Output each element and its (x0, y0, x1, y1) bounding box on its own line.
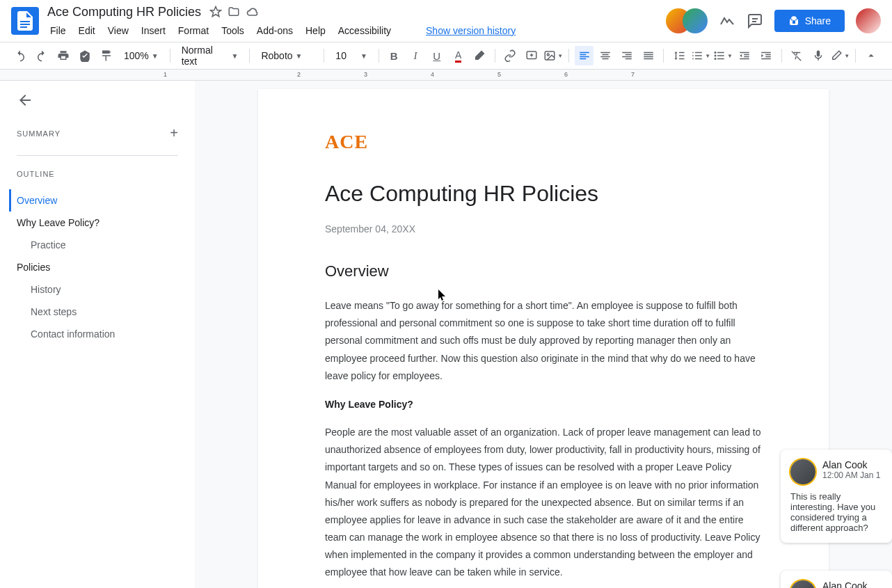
doc-paragraph-1[interactable]: Leave means "To go away for something fo… (325, 297, 762, 385)
menu-help[interactable]: Help (300, 22, 331, 39)
text-color-button[interactable]: A (449, 46, 468, 65)
docs-logo[interactable] (11, 7, 39, 35)
italic-button[interactable]: I (406, 46, 425, 65)
collaborator-avatar-2[interactable] (683, 8, 708, 33)
font-size-dropdown[interactable]: 10▼ (330, 47, 372, 64)
menu-file[interactable]: File (45, 22, 72, 39)
share-button[interactable]: Share (774, 10, 845, 32)
spellcheck-button[interactable] (75, 46, 94, 65)
increase-indent-button[interactable] (757, 46, 776, 65)
comment-card[interactable]: Alan Cook 12:00 AM Jan 1 This is really … (781, 450, 892, 543)
bulleted-list-button[interactable]: ▼ (713, 46, 733, 65)
folder-icon[interactable] (228, 6, 240, 18)
outline-item-overview[interactable]: Overview (9, 189, 178, 212)
menu-edit[interactable]: Edit (73, 22, 101, 39)
separator (495, 49, 495, 63)
comments-icon[interactable] (747, 13, 763, 29)
cursor-icon (438, 289, 447, 301)
menu-tools[interactable]: Tools (216, 22, 250, 39)
svg-point-5 (715, 51, 717, 54)
comment-text: This is really interesting. Have you con… (790, 491, 882, 533)
header-right: Share (666, 8, 881, 33)
menu-format[interactable]: Format (173, 22, 214, 39)
comment-time: 12:00 AM Jan 1 (822, 470, 880, 480)
link-button[interactable] (501, 46, 520, 65)
cloud-icon[interactable] (246, 5, 260, 19)
outline-sidebar: SUMMARY + OUTLINE Overview Why Leave Pol… (0, 81, 195, 588)
align-justify-button[interactable] (639, 46, 658, 65)
voice-input-button[interactable] (809, 46, 827, 65)
comment-button[interactable] (523, 46, 541, 65)
outline-item-contact[interactable]: Contact information (17, 323, 178, 345)
comments-panel: Alan Cook 12:00 AM Jan 1 This is really … (781, 450, 892, 588)
summary-label: SUMMARY (17, 129, 61, 138)
menubar: File Edit View Insert Format Tools Add-o… (45, 22, 666, 39)
comment-author: Alan Cook (822, 459, 880, 470)
menu-view[interactable]: View (102, 22, 134, 39)
doc-title-heading[interactable]: Ace Computing HR Policies (325, 181, 762, 207)
ruler[interactable]: 1 2 3 4 5 6 7 (0, 70, 892, 81)
undo-button[interactable] (11, 46, 30, 65)
outline-item-practice[interactable]: Practice (17, 234, 178, 256)
activity-icon[interactable] (719, 13, 735, 29)
outline-item-history[interactable]: History (17, 278, 178, 301)
numbered-list-button[interactable]: ▼ (691, 46, 710, 65)
separator (663, 49, 664, 63)
company-logo: ACE (325, 131, 762, 153)
comment-author: Alan Cook (822, 580, 880, 588)
print-button[interactable] (54, 46, 73, 65)
separator (324, 49, 324, 63)
separator (781, 49, 782, 63)
image-button[interactable]: ▼ (543, 46, 563, 65)
editing-mode-button[interactable]: ▼ (830, 46, 850, 65)
style-dropdown[interactable]: Normal text▼ (176, 42, 244, 70)
svg-point-4 (548, 54, 550, 56)
menu-accessibility[interactable]: Accessibility (333, 22, 397, 39)
separator (568, 49, 569, 63)
redo-button[interactable] (33, 46, 51, 65)
doc-paragraph-2[interactable]: People are the most valuable asset of an… (325, 424, 762, 582)
profile-avatar[interactable] (856, 8, 881, 33)
comment-avatar (790, 580, 815, 588)
menu-insert[interactable]: Insert (136, 22, 171, 39)
outline-label: OUTLINE (17, 170, 178, 178)
comment-card[interactable]: Alan Cook 12:00 AM Jan 1 This is really … (781, 571, 892, 588)
separator (249, 49, 250, 63)
collapse-button[interactable] (861, 46, 881, 65)
underline-button[interactable]: U (427, 46, 446, 65)
outline-item-whyleave[interactable]: Why Leave Policy? (17, 212, 178, 234)
doc-overview-heading[interactable]: Overview (325, 262, 762, 280)
document-title[interactable]: Ace Computing HR Policies (45, 3, 204, 21)
paint-format-button[interactable] (97, 46, 116, 65)
svg-point-6 (715, 55, 717, 57)
zoom-dropdown[interactable]: 100%▼ (118, 47, 164, 64)
divider (17, 155, 178, 156)
decrease-indent-button[interactable] (735, 46, 754, 65)
highlight-button[interactable] (470, 46, 489, 65)
align-left-button[interactable] (575, 46, 594, 65)
page[interactable]: ACE Ace Computing HR Policies September … (258, 89, 829, 588)
font-dropdown[interactable]: Roboto▼ (255, 47, 318, 64)
svg-point-7 (715, 58, 717, 60)
clear-format-button[interactable] (788, 46, 806, 65)
line-spacing-button[interactable] (669, 46, 688, 65)
toolbar: 100%▼ Normal text▼ Roboto▼ 10▼ B I U A ▼… (0, 42, 892, 70)
separator (170, 49, 170, 63)
back-arrow-icon[interactable] (17, 92, 178, 109)
star-icon[interactable] (209, 6, 222, 18)
add-summary-icon[interactable]: + (170, 125, 178, 141)
separator (379, 49, 379, 63)
version-history-link[interactable]: Show version history (426, 25, 516, 36)
header: Ace Computing HR Policies File Edit View… (0, 0, 892, 42)
align-center-button[interactable] (596, 46, 615, 65)
outline-item-nextsteps[interactable]: Next steps (17, 301, 178, 323)
main: SUMMARY + OUTLINE Overview Why Leave Pol… (0, 81, 892, 588)
doc-date[interactable]: September 04, 20XX (325, 223, 762, 235)
menu-addons[interactable]: Add-ons (251, 22, 298, 39)
separator (855, 49, 856, 63)
comment-avatar (790, 459, 815, 484)
align-right-button[interactable] (618, 46, 637, 65)
bold-button[interactable]: B (385, 46, 404, 65)
doc-bold-heading[interactable]: Why Leave Policy? (325, 399, 762, 410)
outline-item-policies[interactable]: Policies (17, 256, 178, 278)
